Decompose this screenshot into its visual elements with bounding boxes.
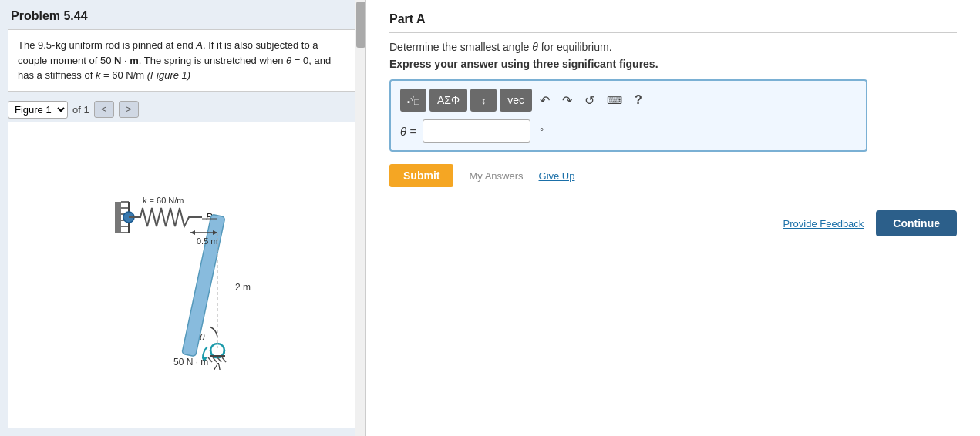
express-instruction: Express your answer using three signific…	[389, 58, 957, 70]
vec-button[interactable]: vec	[500, 89, 532, 112]
figure-next-button[interactable]: >	[119, 101, 139, 118]
spring	[129, 208, 202, 226]
description-text: The 9.5-kg uniform rod is pinned at end …	[18, 39, 331, 81]
figure-controls: Figure 1 of 1 < >	[0, 98, 365, 122]
width-label: 0.5 m	[197, 236, 218, 246]
continue-button[interactable]: Continue	[876, 210, 957, 236]
action-row: Submit My Answers Give Up	[389, 164, 957, 187]
redo-button[interactable]: ↷	[557, 89, 577, 112]
diagram-svg: B k = 60 N/m A	[83, 156, 283, 394]
right-panel: Part A Determine the smallest angle θ fo…	[366, 0, 980, 436]
answer-toolbar: ▪√□ ΑΣΦ ↕ vec ↶ ↷ ↺ ⌨ ?	[400, 89, 857, 112]
point-a-label: A	[214, 361, 221, 372]
scroll-thumb[interactable]	[356, 2, 365, 48]
submit-button[interactable]: Submit	[389, 164, 453, 187]
keyboard-button[interactable]: ⌨	[602, 89, 627, 112]
figure-area: B k = 60 N/m A	[8, 122, 358, 429]
left-panel: Problem 5.44 The 9.5-kg uniform rod is p…	[0, 0, 366, 436]
svg-rect-7	[115, 202, 121, 233]
fraction-sqrt-button[interactable]: ▪√□	[400, 89, 426, 112]
svg-marker-19	[190, 230, 195, 235]
svg-line-15	[222, 357, 226, 362]
figure-prev-button[interactable]: <	[94, 101, 114, 118]
answer-box: ▪√□ ΑΣΦ ↕ vec ↶ ↷ ↺ ⌨ ? θ = °	[389, 79, 867, 152]
question-text: Determine the smallest angle θ for equil…	[389, 41, 957, 53]
problem-description: The 9.5-kg uniform rod is pinned at end …	[8, 29, 358, 92]
greek-symbol-button[interactable]: ΑΣΦ	[429, 89, 467, 112]
theta-equals-label: θ =	[400, 125, 416, 138]
answer-input-row: θ = °	[400, 119, 857, 143]
degree-symbol: °	[540, 126, 544, 137]
part-title: Part A	[389, 12, 957, 33]
svg-line-12	[208, 357, 212, 362]
arrows-button[interactable]: ↕	[470, 89, 497, 112]
give-up-link[interactable]: Give Up	[539, 170, 575, 182]
scrollbar[interactable]	[355, 0, 365, 436]
angle-label: θ	[200, 332, 205, 343]
figure-select[interactable]: Figure 1	[8, 101, 68, 119]
length-label: 2 m	[235, 282, 251, 293]
my-answers-link[interactable]: My Answers	[469, 170, 523, 182]
help-button[interactable]: ?	[630, 89, 647, 112]
answer-input[interactable]	[423, 119, 530, 143]
undo-button[interactable]: ↶	[535, 89, 554, 112]
refresh-button[interactable]: ↺	[580, 89, 599, 112]
figure-of-label: of 1	[72, 104, 89, 116]
provide-feedback-link[interactable]: Provide Feedback	[783, 218, 864, 230]
bottom-row: Provide Feedback Continue	[389, 210, 957, 236]
problem-title: Problem 5.44	[0, 0, 365, 29]
moment-label: 50 N · m	[173, 357, 208, 367]
spring-label: k = 60 N/m	[143, 196, 184, 205]
